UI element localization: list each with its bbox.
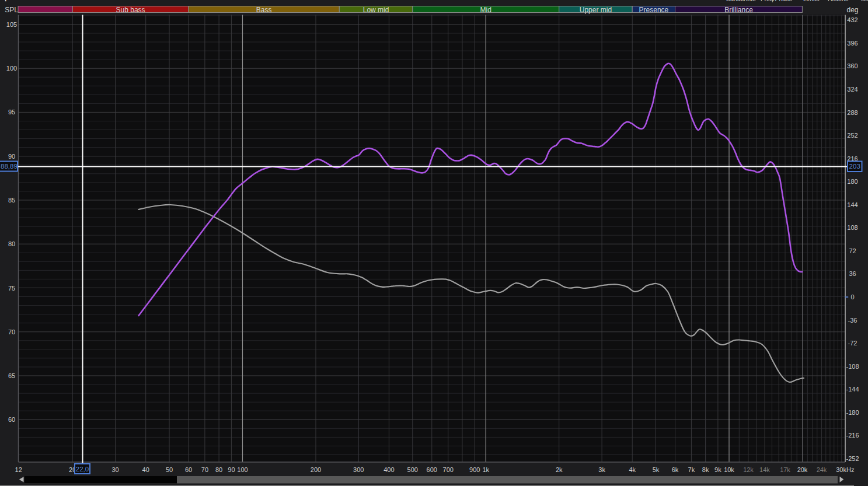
svg-text:80: 80 bbox=[8, 240, 15, 247]
svg-text:72: 72 bbox=[849, 247, 856, 254]
svg-text:432: 432 bbox=[847, 16, 857, 23]
svg-text:Bass: Bass bbox=[256, 6, 272, 14]
svg-text:108: 108 bbox=[847, 224, 857, 231]
svg-text:2k: 2k bbox=[556, 466, 563, 473]
svg-text:500: 500 bbox=[407, 466, 418, 473]
svg-text:95: 95 bbox=[8, 109, 15, 116]
svg-text:324: 324 bbox=[847, 86, 857, 93]
svg-text:88,89: 88,89 bbox=[1, 163, 18, 170]
svg-text:105: 105 bbox=[6, 21, 17, 28]
svg-text:12k: 12k bbox=[743, 466, 754, 473]
svg-text:30: 30 bbox=[111, 466, 118, 473]
svg-text:Low mid: Low mid bbox=[363, 6, 389, 14]
svg-text:180: 180 bbox=[847, 178, 857, 185]
svg-text:400: 400 bbox=[384, 466, 394, 473]
svg-text:7k: 7k bbox=[688, 466, 695, 473]
svg-text:65: 65 bbox=[8, 372, 15, 379]
svg-text:-36: -36 bbox=[848, 317, 857, 324]
svg-text:-216: -216 bbox=[846, 432, 859, 439]
svg-text:4k: 4k bbox=[629, 466, 636, 473]
svg-text:1k: 1k bbox=[482, 466, 489, 473]
svg-text:Freq/Phase: Freq/Phase bbox=[761, 0, 792, 2]
svg-text:SPL: SPL bbox=[5, 6, 18, 14]
svg-text:85: 85 bbox=[8, 197, 15, 204]
svg-text:Sub bass: Sub bass bbox=[116, 6, 145, 14]
svg-text:17k: 17k bbox=[780, 466, 790, 473]
svg-text:700: 700 bbox=[443, 466, 454, 473]
svg-text:-180: -180 bbox=[846, 409, 859, 416]
svg-text:22,0: 22,0 bbox=[76, 466, 89, 473]
svg-text:10k: 10k bbox=[724, 466, 734, 473]
svg-text:6k: 6k bbox=[672, 466, 679, 473]
svg-text:900: 900 bbox=[469, 466, 480, 473]
svg-text:-252: -252 bbox=[846, 455, 859, 462]
svg-text:deg: deg bbox=[846, 6, 858, 14]
svg-text:60: 60 bbox=[8, 416, 15, 423]
svg-text:Mid: Mid bbox=[480, 6, 491, 14]
svg-text:40: 40 bbox=[142, 466, 149, 473]
svg-text:600: 600 bbox=[427, 466, 437, 473]
svg-text:Brilliance: Brilliance bbox=[724, 6, 753, 14]
svg-text:80: 80 bbox=[215, 466, 222, 473]
svg-text:14k: 14k bbox=[759, 466, 770, 473]
svg-text:Upper mid: Upper mid bbox=[580, 6, 612, 14]
svg-text:70: 70 bbox=[8, 328, 15, 335]
svg-text:-144: -144 bbox=[846, 386, 859, 393]
svg-text:Presence: Presence bbox=[639, 6, 669, 14]
svg-text:Limits: Limits bbox=[803, 0, 819, 2]
svg-text:9k: 9k bbox=[714, 466, 721, 473]
svg-text:-72: -72 bbox=[848, 340, 857, 347]
svg-text:50: 50 bbox=[166, 466, 173, 473]
svg-text:Historie: Historie bbox=[828, 0, 849, 2]
svg-text:144: 144 bbox=[847, 201, 857, 208]
svg-text:-108: -108 bbox=[846, 363, 859, 370]
svg-text:288: 288 bbox=[847, 109, 857, 116]
svg-text:252: 252 bbox=[847, 132, 857, 139]
svg-text:360: 360 bbox=[847, 62, 857, 69]
svg-text:90: 90 bbox=[228, 466, 235, 473]
svg-text:3k: 3k bbox=[598, 466, 605, 473]
svg-text:300: 300 bbox=[353, 466, 364, 473]
svg-text:60: 60 bbox=[185, 466, 192, 473]
svg-text:5k: 5k bbox=[653, 466, 660, 473]
svg-text:396: 396 bbox=[847, 40, 857, 47]
svg-text:100: 100 bbox=[6, 65, 17, 72]
svg-text:20k: 20k bbox=[797, 466, 808, 473]
svg-text:Son: Son bbox=[861, 0, 868, 2]
svg-text:0: 0 bbox=[850, 293, 854, 300]
svg-text:70: 70 bbox=[201, 466, 208, 473]
svg-text:200: 200 bbox=[311, 466, 321, 473]
svg-text:75: 75 bbox=[8, 285, 15, 292]
svg-text:30kHz: 30kHz bbox=[836, 466, 854, 473]
svg-text:Bandbreite: Bandbreite bbox=[726, 0, 756, 2]
svg-text:100: 100 bbox=[237, 466, 247, 473]
svg-text:203: 203 bbox=[849, 163, 860, 170]
svg-text:36: 36 bbox=[849, 270, 856, 277]
svg-text:8k: 8k bbox=[702, 466, 709, 473]
svg-text:12: 12 bbox=[15, 466, 22, 473]
svg-text:90: 90 bbox=[8, 153, 15, 160]
svg-text:24k: 24k bbox=[817, 466, 827, 473]
